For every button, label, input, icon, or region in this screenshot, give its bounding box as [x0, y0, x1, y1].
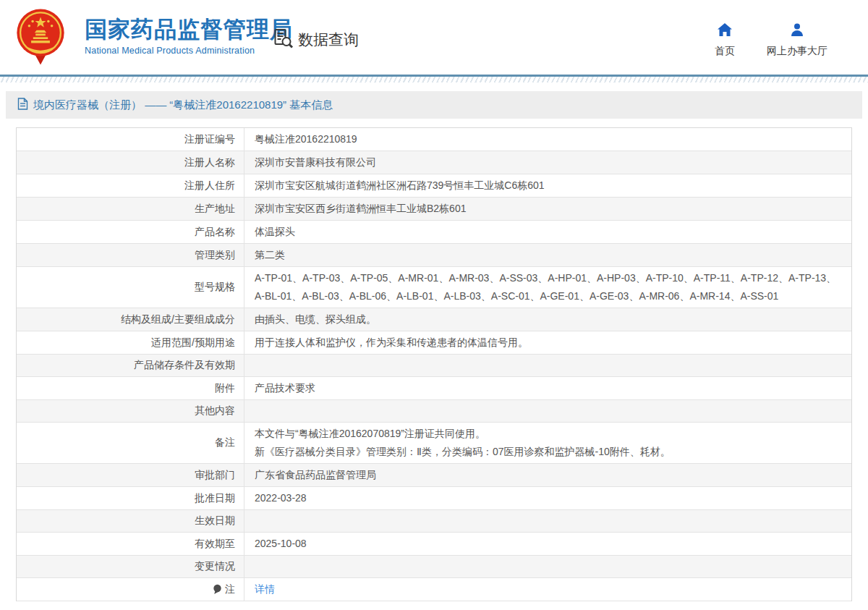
- row-value: 第二类: [244, 244, 851, 266]
- table-row: 其他内容: [17, 400, 851, 423]
- table-row: 注册人住所深圳市宝安区航城街道鹤洲社区洲石路739号恒丰工业城C6栋601: [17, 174, 851, 198]
- table-row: 生产地址深圳市宝安区西乡街道鹤洲恒丰工业城B2栋601: [17, 198, 851, 221]
- nav-label-home: 首页: [715, 45, 735, 58]
- org-name-cn: 国家药品监督管理局: [85, 15, 293, 44]
- row-label: 生产地址: [17, 198, 244, 220]
- nav-item-home[interactable]: 首页: [715, 22, 735, 58]
- page-icon: [17, 98, 28, 113]
- nav-label-service-hall: 网上办事大厅: [767, 45, 827, 58]
- row-label: 审批部门: [17, 464, 244, 486]
- nav-item-service-hall[interactable]: 网上办事大厅: [767, 22, 827, 58]
- row-value-line: 深圳市宝安区航城街道鹤洲社区洲石路739号恒丰工业城C6栋601: [255, 177, 841, 195]
- table-row: 产品储存条件及有效期: [17, 355, 851, 377]
- row-value-line: 体温探头: [255, 223, 841, 241]
- row-label: 变更情况: [17, 556, 244, 577]
- row-value: [244, 355, 851, 376]
- row-label-text: 生产地址: [195, 203, 235, 216]
- row-label-text: 型号规格: [195, 281, 235, 294]
- row-label: 注册人名称: [17, 151, 244, 174]
- table-row: 生效日期: [17, 510, 851, 533]
- row-label-text: 注册证编号: [184, 133, 235, 146]
- row-value: 体温探头: [244, 221, 851, 243]
- page-title: 境内医疗器械（注册） —— “粤械注准20162210819” 基本信息: [33, 98, 333, 112]
- national-emblem-icon: [16, 57, 65, 69]
- table-row: 附件产品技术要求: [17, 377, 851, 400]
- table-row: 注详情: [17, 578, 851, 601]
- row-label-text: 适用范围/预期用途: [151, 336, 235, 350]
- document-search-icon: [272, 27, 294, 52]
- org-name-en: National Medical Products Administration: [85, 46, 293, 56]
- org-title: 国家药品监督管理局 National Medical Products Admi…: [85, 15, 293, 56]
- row-label: 附件: [17, 377, 244, 399]
- row-label: 注册证编号: [17, 128, 244, 151]
- nmpa-logo[interactable]: [16, 8, 65, 67]
- table-row: 审批部门广东省食品药品监督管理局: [17, 464, 851, 487]
- table-row: 注册证编号粤械注准20162210819: [17, 128, 851, 151]
- user-icon: [790, 22, 804, 40]
- row-value-line: 用于连接人体和监护仪，作为采集和传递患者的体温信号用。: [255, 334, 841, 352]
- home-icon: [717, 22, 733, 40]
- row-label: 产品储存条件及有效期: [17, 355, 244, 376]
- row-value-line: 深圳市安普康科技有限公司: [255, 153, 841, 171]
- row-value-line: 粤械注准20162210819: [255, 130, 841, 148]
- row-label: 结构及组成/主要组成成分: [17, 308, 244, 331]
- row-value: 2022-03-28: [244, 487, 851, 509]
- table-row: 管理类别第二类: [17, 244, 851, 267]
- row-label: 型号规格: [17, 267, 244, 308]
- row-value: 本文件与“粤械注准20162070819”注册证共同使用。新《医疗器械分类目录》…: [244, 423, 851, 463]
- detail-link[interactable]: 详情: [255, 580, 841, 598]
- table-row: 变更情况: [17, 556, 851, 578]
- row-label-text: 附件: [215, 382, 235, 395]
- row-label-text: 注册人名称: [184, 156, 235, 169]
- row-value-line: 广东省食品药品监督管理局: [255, 466, 841, 484]
- row-value: 产品技术要求: [244, 377, 851, 399]
- table-row: 批准日期2022-03-28: [17, 487, 851, 510]
- table-row: 型号规格A-TP-01、A-TP-03、A-TP-05、A-MR-01、A-MR…: [17, 267, 851, 308]
- row-label-text: 变更情况: [195, 560, 235, 573]
- header-divider-band: [0, 75, 868, 82]
- row-label-text: 其他内容: [195, 404, 235, 418]
- row-value: 粤械注准20162210819: [244, 128, 851, 151]
- row-value: 详情: [244, 578, 851, 601]
- row-label: 生效日期: [17, 510, 244, 532]
- row-value: 广东省食品药品监督管理局: [244, 464, 851, 486]
- row-label-text: 注册人住所: [184, 179, 235, 192]
- row-value-line: 新《医疗器械分类目录》管理类别：Ⅱ类，分类编码：07医用诊察和监护器械-10附件…: [255, 443, 841, 461]
- row-label-text: 有效期至: [195, 538, 235, 551]
- row-label: 适用范围/预期用途: [17, 331, 244, 354]
- table-row: 备注本文件与“粤械注准20162070819”注册证共同使用。新《医疗器械分类目…: [17, 423, 851, 464]
- row-label-text: 审批部门: [195, 469, 235, 482]
- row-label-text: 结构及组成/主要组成成分: [121, 313, 235, 326]
- data-query-nav[interactable]: 数据查询: [272, 27, 359, 52]
- row-label: 有效期至: [17, 533, 244, 555]
- row-label-text: 管理类别: [195, 249, 235, 262]
- row-value: [244, 510, 851, 532]
- row-label: 注册人住所: [17, 174, 244, 197]
- row-value-line: 产品技术要求: [255, 379, 841, 397]
- row-value: 深圳市安普康科技有限公司: [244, 151, 851, 174]
- row-value: [244, 556, 851, 577]
- row-label: 管理类别: [17, 244, 244, 266]
- row-value: A-TP-01、A-TP-03、A-TP-05、A-MR-01、A-MR-03、…: [244, 267, 851, 308]
- row-label: 备注: [17, 423, 244, 463]
- row-label: 其他内容: [17, 400, 244, 422]
- row-label: 注: [17, 578, 244, 601]
- row-label-text: 注: [225, 583, 235, 596]
- registration-info-table: 注册证编号粤械注准20162210819注册人名称深圳市安普康科技有限公司注册人…: [16, 127, 852, 601]
- table-row: 适用范围/预期用途用于连接人体和监护仪，作为采集和传递患者的体温信号用。: [17, 331, 851, 355]
- section-title-bar: 境内医疗器械（注册） —— “粤械注准20162210819” 基本信息: [6, 91, 862, 119]
- row-label-text: 备注: [215, 436, 235, 449]
- row-value: [244, 400, 851, 422]
- table-row: 结构及组成/主要组成成分由插头、电缆、探头组成。: [17, 308, 851, 331]
- row-label-text: 产品名称: [195, 226, 235, 239]
- data-query-label: 数据查询: [298, 30, 359, 50]
- row-value-line: 2022-03-28: [255, 489, 841, 507]
- table-row: 有效期至2025-10-08: [17, 533, 851, 556]
- table-row: 产品名称体温探头: [17, 221, 851, 244]
- top-nav: 首页 网上办事大厅: [715, 22, 827, 58]
- row-value: 由插头、电缆、探头组成。: [244, 308, 851, 331]
- row-label-text: 生效日期: [195, 514, 235, 528]
- row-label: 批准日期: [17, 487, 244, 509]
- row-value-line: 本文件与“粤械注准20162070819”注册证共同使用。: [255, 425, 841, 443]
- row-label: 产品名称: [17, 221, 244, 243]
